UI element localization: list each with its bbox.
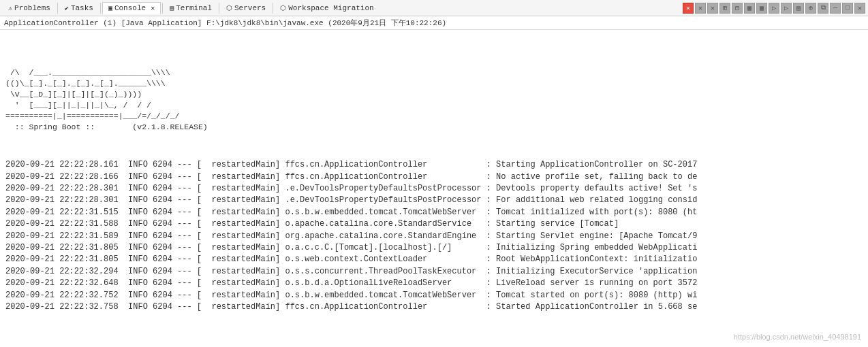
status-text: ApplicationController (1) [Java Applicat… <box>4 19 446 27</box>
tab-separator-4 <box>219 3 219 14</box>
view2-btn[interactable]: ▦ <box>756 3 767 14</box>
minimize-btn[interactable]: — <box>830 3 841 14</box>
pin-btn[interactable]: ⊟ <box>732 3 743 14</box>
run-btn[interactable]: ▷ <box>769 3 779 14</box>
tab-problems-label: Problems <box>14 4 50 12</box>
view1-btn[interactable]: ▦ <box>744 3 755 14</box>
spring-logo: /\ /___._____________________\\\\ (()\_[… <box>5 56 863 133</box>
list-btn[interactable]: ▤ <box>793 3 804 14</box>
tab-separator-2 <box>100 3 101 14</box>
status-bar: ApplicationController (1) [Java Applicat… <box>0 16 868 30</box>
log-line: 2020-09-21 22:22:28.166 INFO 6204 --- [ … <box>5 171 863 183</box>
log-line: 2020-09-21 22:22:31.805 INFO 6204 --- [ … <box>5 242 863 254</box>
tab-terminal-label: Terminal <box>176 4 212 12</box>
tab-terminal[interactable]: ▤ Terminal <box>164 3 217 14</box>
log-line: 2020-09-21 22:22:28.301 INFO 6204 --- [ … <box>5 195 863 206</box>
log-line: 2020-09-21 22:22:28.161 INFO 6204 --- [ … <box>5 159 863 171</box>
console-output[interactable]: /\ /___._____________________\\\\ (()\_[… <box>0 30 868 347</box>
suspend-btn[interactable]: ✕ <box>707 3 718 14</box>
tab-tasks-label: Tasks <box>71 4 93 12</box>
tab-console[interactable]: ▣ Console ✕ <box>102 2 161 14</box>
window-close-btn[interactable]: ✕ <box>854 3 865 14</box>
log-container: 2020-09-21 22:22:28.161 INFO 6204 --- [ … <box>5 159 863 313</box>
run2-btn[interactable]: ▷ <box>781 3 792 14</box>
tab-servers[interactable]: ⬡ Servers <box>221 3 271 14</box>
tab-separator-5 <box>273 3 273 14</box>
log-line: 2020-09-21 22:22:31.588 INFO 6204 --- [ … <box>5 218 863 230</box>
servers-icon: ⬡ <box>226 4 232 12</box>
log-line: 2020-09-21 22:22:31.805 INFO 6204 --- [ … <box>5 254 863 265</box>
copy-btn[interactable]: ⊞ <box>719 3 730 14</box>
tab-problems[interactable]: ⚠ Problems <box>3 3 56 14</box>
log-line: 2020-09-21 22:22:32.294 INFO 6204 --- [ … <box>5 266 863 278</box>
tab-separator-3 <box>162 3 163 14</box>
tab-workspace-migration[interactable]: ⬡ Workspace Migration <box>275 3 379 14</box>
terminal-icon: ▤ <box>170 4 174 12</box>
tab-separator-1 <box>57 3 58 14</box>
tab-bar-right: ✕ ✕ ✕ ⊞ ⊟ ▦ ▦ ▷ ▷ ▤ ⊕ ⧉ — □ ✕ <box>683 3 865 14</box>
tab-workspace-label: Workspace Migration <box>288 4 373 12</box>
tab-servers-label: Servers <box>234 4 266 12</box>
log-line: 2020-09-21 22:22:32.752 INFO 6204 --- [ … <box>5 290 863 301</box>
tab-tasks[interactable]: ✔ Tasks <box>59 3 99 14</box>
log-line: 2020-09-21 22:22:28.301 INFO 6204 --- [ … <box>5 183 863 195</box>
disconnect-btn[interactable]: ✕ <box>695 3 706 14</box>
watermark: https://blog.csdn.net/weixin_40498191 <box>734 332 861 343</box>
log-line: 2020-09-21 22:22:31.515 INFO 6204 --- [ … <box>5 207 863 218</box>
log-line: 2020-09-21 22:22:31.589 INFO 6204 --- [ … <box>5 231 863 242</box>
console-close-icon[interactable]: ✕ <box>151 4 155 12</box>
maximize-btn[interactable]: □ <box>842 3 853 14</box>
console-icon: ▣ <box>108 4 112 12</box>
stack-btn[interactable]: ⧉ <box>818 3 828 14</box>
tasks-icon: ✔ <box>65 4 69 12</box>
log-line: 2020-09-21 22:22:32.758 INFO 6204 --- [ … <box>5 301 863 313</box>
close-btn[interactable]: ✕ <box>683 3 694 14</box>
add-btn[interactable]: ⊕ <box>805 3 816 14</box>
problems-icon: ⚠ <box>8 4 12 12</box>
tab-console-label: Console <box>114 4 146 12</box>
tab-bar: ⚠ Problems ✔ Tasks ▣ Console ✕ ▤ Termina… <box>0 0 868 16</box>
workspace-icon: ⬡ <box>280 4 286 12</box>
log-line: 2020-09-21 22:22:32.648 INFO 6204 --- [ … <box>5 278 863 289</box>
